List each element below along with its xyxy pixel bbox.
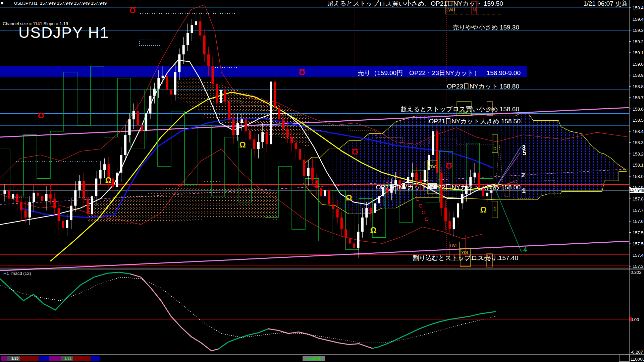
macd-indicator-label: H1 macd (12) [3, 270, 31, 277]
session-day-label-1: 1/20 [11, 356, 18, 361]
svg-text:158.450: 158.450 [633, 129, 644, 134]
svg-text:2: 2 [521, 171, 525, 179]
session-day-label-2: 1/21 [64, 356, 71, 361]
price-axis: 159.495159.400159.305159.210159.115159.0… [619, 0, 644, 362]
panel-separators [0, 268, 644, 354]
sell-marker-icon: Ω [445, 161, 452, 170]
buy-marker-icon: Ω [345, 193, 352, 202]
svg-text:157.690: 157.690 [633, 219, 644, 224]
svg-text:LWH: LWH [446, 8, 455, 12]
svg-text:158.260: 158.260 [633, 152, 644, 157]
svg-text:D: D [493, 207, 496, 212]
buy-marker-icon: Ω [239, 140, 246, 149]
svg-text:158.545: 158.545 [633, 118, 644, 123]
sell-marker-icon: Ω [299, 68, 305, 77]
sell-band-label: 売り（159.00円 OP22・23日NYカット） 158.90-9.00 [358, 70, 521, 76]
svg-text:5: 5 [523, 149, 526, 157]
svg-text:M: M [473, 8, 476, 12]
svg-text:157.595: 157.595 [633, 230, 644, 235]
svg-text:159.020: 159.020 [633, 62, 644, 67]
svg-text:-0.207: -0.207 [631, 350, 643, 355]
symbol-ohlc-readout: USDJPY,H1 157.949 157.949 157.949 157.94… [14, 1, 107, 6]
svg-text:157.500: 157.500 [633, 241, 644, 246]
svg-text:0.302: 0.302 [631, 270, 642, 275]
svg-text:157.785: 157.785 [633, 208, 644, 213]
svg-text:157.880: 157.880 [633, 196, 644, 201]
level-note-158-50: OP21日NYカット大きめ 158.50 [429, 118, 521, 125]
svg-text:158.925: 158.925 [633, 73, 644, 78]
svg-text:159.115: 159.115 [633, 50, 644, 55]
svg-text:D: D [493, 146, 496, 151]
svg-text:158.640: 158.640 [633, 107, 644, 112]
svg-text:157.405: 157.405 [633, 253, 644, 258]
macd-on-button[interactable]: macd ON [303, 356, 325, 361]
svg-text:4: 4 [523, 246, 527, 253]
svg-text:158.070: 158.070 [633, 174, 644, 179]
current-price-tag: 157.949 [630, 188, 644, 193]
svg-text:158.830: 158.830 [633, 84, 644, 89]
svg-text:LWL: LWL [450, 243, 458, 248]
svg-text:159.305: 159.305 [633, 28, 644, 33]
level-note-159-50: 超えるとストップロス買い小さめ、OP21日NYカット 159.50 [327, 0, 503, 7]
svg-text:158.355: 158.355 [633, 140, 644, 145]
level-note-159-30: 売りやや小さめ 159.30 [452, 24, 519, 31]
svg-text:159.210: 159.210 [633, 39, 644, 44]
window-corner-chip [1, 2, 3, 4]
mt4-chart-window: 35214ΩΩΩΩΩΩΩΩΩΩLWHMYDHWYDCDDLWLYDLWYDO15… [0, 0, 644, 362]
sell-marker-icon: Ω [129, 6, 136, 15]
update-timestamp: 1/21 06:07 更新 [583, 0, 628, 7]
svg-text:157.310: 157.310 [633, 264, 644, 269]
chart-watermark: USDJPY H1 [18, 23, 109, 42]
svg-text:159.400: 159.400 [633, 17, 644, 22]
svg-text:158.735: 158.735 [633, 95, 644, 100]
sell-marker-icon: Ω [38, 111, 44, 120]
svg-text:110000: 110000 [631, 357, 644, 362]
svg-text:1: 1 [522, 187, 526, 194]
level-note-157-40: 割り込むとストップロス売り 157.40 [413, 255, 518, 261]
svg-text:159.495: 159.495 [633, 5, 644, 10]
buy-marker-icon: Ω [480, 205, 486, 214]
level-note-158-80: OP23日NYカット 158.80 [447, 83, 519, 90]
level-note-158-00: OP21日NYカット/OP22日NYカット大きめ 158.00 [376, 184, 521, 191]
sell-marker-icon: Ω [352, 147, 358, 156]
buy-marker-icon: Ω [105, 176, 111, 185]
svg-text:158.165: 158.165 [633, 163, 644, 168]
macd-panel [0, 272, 629, 351]
svg-text:YDC: YDC [428, 165, 437, 169]
level-note-158-60: 超えるとストップロス買い小さめ 158.60 [400, 106, 519, 113]
price-chart-canvas[interactable]: 35214ΩΩΩΩΩΩΩΩΩΩLWHMYDHWYDCDDLWLYDLWYDO15… [0, 0, 644, 362]
buy-marker-icon: Ω [370, 226, 376, 235]
